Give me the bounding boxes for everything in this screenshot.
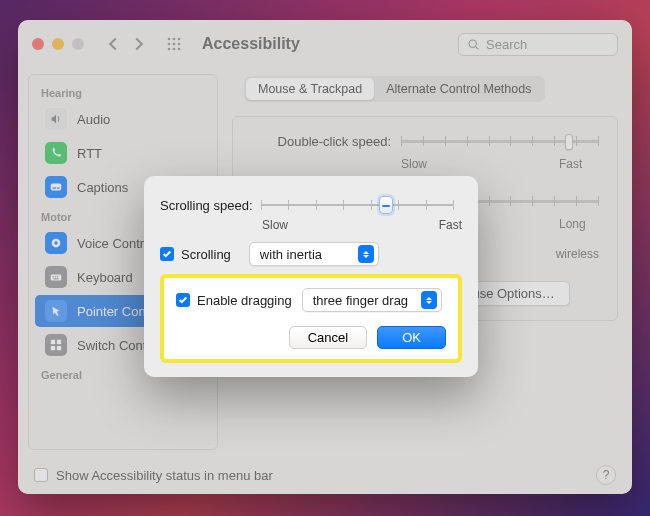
- slow-label: Slow: [262, 218, 288, 232]
- svg-rect-20: [53, 278, 58, 279]
- svg-point-6: [168, 48, 171, 51]
- svg-rect-24: [57, 346, 61, 350]
- double-click-label: Double-click speed:: [251, 134, 391, 149]
- svg-point-0: [168, 38, 171, 41]
- window-title: Accessibility: [202, 35, 300, 53]
- slider-thumb-icon[interactable]: [379, 196, 393, 214]
- wireless-label: wireless: [556, 247, 599, 261]
- sidebar-item-label: Voice Contro: [77, 236, 151, 251]
- forward-button[interactable]: [132, 37, 146, 51]
- svg-point-4: [173, 43, 176, 46]
- dragging-mode-value: three finger drag: [313, 293, 408, 308]
- search-icon: [467, 38, 480, 51]
- window-footer: Show Accessibility status in menu bar ?: [18, 456, 632, 494]
- scrolling-checkbox[interactable]: [160, 247, 174, 261]
- help-button[interactable]: ?: [596, 465, 616, 485]
- switch-icon: [45, 334, 67, 356]
- highlighted-area: Enable dragging three finger drag Cancel…: [160, 274, 462, 363]
- tab-bar: Mouse & Trackpad Alternate Control Metho…: [244, 76, 545, 102]
- svg-rect-22: [57, 340, 61, 344]
- svg-rect-23: [51, 346, 55, 350]
- search-placeholder: Search: [486, 37, 527, 52]
- keyboard-icon: [45, 266, 67, 288]
- svg-point-1: [173, 38, 176, 41]
- svg-rect-12: [53, 187, 57, 188]
- window-toolbar: Accessibility Search: [18, 20, 632, 68]
- trackpad-options-sheet: Scrolling speed: Slow Fast Scrolling wit…: [144, 176, 478, 377]
- search-field[interactable]: Search: [458, 33, 618, 56]
- phone-icon: [45, 142, 67, 164]
- svg-line-10: [476, 46, 479, 49]
- scrolling-mode-value: with inertia: [260, 247, 322, 262]
- speaker-icon: [45, 108, 67, 130]
- svg-rect-11: [51, 184, 62, 191]
- window-controls: [32, 38, 84, 50]
- svg-rect-18: [55, 276, 56, 277]
- tab-mouse-trackpad[interactable]: Mouse & Trackpad: [246, 78, 374, 100]
- sidebar-item-label: Audio: [77, 112, 110, 127]
- svg-point-5: [178, 43, 181, 46]
- chevron-updown-icon: [358, 245, 374, 263]
- svg-point-2: [178, 38, 181, 41]
- svg-rect-19: [57, 276, 58, 277]
- sidebar-section-hearing: Hearing: [29, 81, 217, 101]
- svg-rect-13: [57, 187, 60, 188]
- scrolling-mode-select[interactable]: with inertia: [249, 242, 379, 266]
- svg-rect-21: [51, 340, 55, 344]
- zoom-window-icon[interactable]: [72, 38, 84, 50]
- svg-point-3: [168, 43, 171, 46]
- cancel-button[interactable]: Cancel: [289, 326, 367, 349]
- show-all-icon[interactable]: [166, 36, 182, 52]
- captions-icon: [45, 176, 67, 198]
- svg-point-9: [469, 40, 476, 47]
- pointer-icon: [45, 300, 67, 322]
- sidebar-item-audio[interactable]: Audio: [35, 103, 211, 135]
- dragging-mode-select[interactable]: three finger drag: [302, 288, 442, 312]
- status-menubar-label: Show Accessibility status in menu bar: [56, 468, 273, 483]
- tab-alternate-methods[interactable]: Alternate Control Methods: [374, 78, 543, 100]
- sidebar-item-rtt[interactable]: RTT: [35, 137, 211, 169]
- sidebar-item-label: RTT: [77, 146, 102, 161]
- slow-label: Slow: [401, 157, 427, 171]
- voice-icon: [45, 232, 67, 254]
- close-window-icon[interactable]: [32, 38, 44, 50]
- svg-rect-17: [53, 276, 54, 277]
- status-menubar-checkbox[interactable]: [34, 468, 48, 482]
- minimize-window-icon[interactable]: [52, 38, 64, 50]
- scrolling-speed-slider[interactable]: [261, 194, 455, 216]
- long-label: Long: [559, 217, 599, 231]
- fast-label: Fast: [559, 157, 599, 171]
- svg-point-8: [178, 48, 181, 51]
- chevron-updown-icon: [421, 291, 437, 309]
- ok-button[interactable]: OK: [377, 326, 446, 349]
- enable-dragging-checkbox[interactable]: [176, 293, 190, 307]
- svg-point-7: [173, 48, 176, 51]
- sidebar-item-label: Keyboard: [77, 270, 133, 285]
- scrolling-label: Scrolling: [181, 247, 231, 262]
- double-click-slider[interactable]: [401, 131, 599, 151]
- back-button[interactable]: [106, 37, 120, 51]
- enable-dragging-label: Enable dragging: [197, 293, 292, 308]
- fast-label: Fast: [439, 218, 462, 232]
- svg-point-15: [54, 241, 58, 245]
- sidebar-item-label: Captions: [77, 180, 128, 195]
- scrolling-speed-label: Scrolling speed:: [160, 198, 253, 213]
